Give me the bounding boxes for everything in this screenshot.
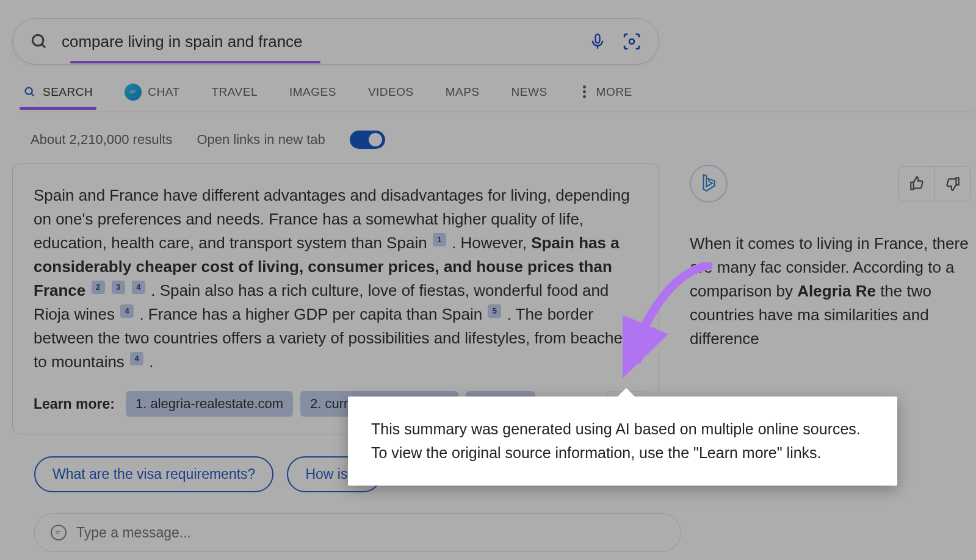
results-meta-row: About 2,210,000 results Open links in ne… bbox=[31, 131, 964, 149]
feedback-buttons bbox=[898, 166, 971, 201]
tab-chat-label: CHAT bbox=[148, 85, 179, 99]
search-bar[interactable] bbox=[12, 18, 659, 65]
tab-travel[interactable]: TRAVEL bbox=[212, 85, 258, 107]
thumbs-down-button[interactable] bbox=[934, 167, 970, 201]
tab-maps[interactable]: MAPS bbox=[446, 85, 480, 107]
bing-logo-icon bbox=[699, 173, 718, 194]
svg-point-3 bbox=[629, 39, 634, 44]
svg-rect-2 bbox=[596, 34, 600, 43]
chat-input-box[interactable] bbox=[34, 513, 681, 552]
info-tooltip: This summary was generated using AI base… bbox=[348, 397, 897, 486]
answer-segment: . France has a higher GDP per capita tha… bbox=[139, 305, 482, 323]
tab-search-label: SEARCH bbox=[43, 85, 93, 99]
citation-4[interactable]: 4 bbox=[132, 281, 145, 294]
right-text-bold: Alegria Re bbox=[797, 282, 876, 300]
learn-more-label: Learn more: bbox=[34, 396, 115, 412]
result-count: About 2,210,000 results bbox=[31, 132, 172, 148]
ai-answer-card: Spain and France have different advantag… bbox=[12, 163, 659, 434]
chat-icon bbox=[125, 84, 142, 101]
citation-5[interactable]: 5 bbox=[488, 304, 501, 318]
tab-images[interactable]: IMAGES bbox=[289, 85, 336, 107]
citation-1[interactable]: 1 bbox=[433, 233, 446, 246]
tab-more-label: MORE bbox=[596, 85, 632, 99]
svg-line-5 bbox=[31, 93, 34, 96]
citation-2[interactable]: 2 bbox=[92, 281, 105, 294]
chat-input[interactable] bbox=[76, 525, 665, 541]
thumbs-down-icon bbox=[945, 176, 961, 192]
svg-rect-6 bbox=[131, 90, 136, 91]
thumbs-up-button[interactable] bbox=[899, 167, 934, 201]
tab-chat[interactable]: CHAT bbox=[125, 84, 179, 109]
svg-line-1 bbox=[42, 44, 45, 48]
search-tab-icon bbox=[23, 85, 37, 99]
tab-travel-label: TRAVEL bbox=[212, 85, 258, 99]
answer-text: Spain and France have different advantag… bbox=[34, 184, 638, 374]
tab-news[interactable]: NEWS bbox=[511, 85, 548, 107]
tab-more[interactable]: MORE bbox=[579, 85, 632, 107]
tab-search[interactable]: SEARCH bbox=[23, 85, 93, 107]
thumbs-up-icon bbox=[909, 176, 925, 192]
nav-tabs: SEARCH CHAT TRAVEL IMAGES VIDEOS MAPS NE… bbox=[23, 87, 975, 112]
citation-3[interactable]: 3 bbox=[112, 281, 125, 294]
svg-point-4 bbox=[26, 87, 32, 94]
citation-4b[interactable]: 4 bbox=[120, 304, 134, 318]
right-panel-text: When it comes to living in France, there… bbox=[690, 232, 971, 351]
tab-news-label: NEWS bbox=[511, 85, 548, 99]
more-dots-icon bbox=[579, 85, 590, 98]
chat-message-icon bbox=[51, 525, 67, 540]
learn-more-source-1[interactable]: 1. alegria-realestate.com bbox=[126, 391, 293, 417]
svg-point-0 bbox=[32, 35, 43, 46]
open-new-tab-label: Open links in new tab bbox=[197, 132, 325, 148]
tab-maps-label: MAPS bbox=[446, 85, 480, 99]
answer-segment: . bbox=[149, 353, 153, 371]
search-icon bbox=[30, 32, 48, 51]
answer-segment: . However, bbox=[452, 234, 531, 252]
image-search-icon[interactable] bbox=[622, 32, 642, 51]
svg-rect-7 bbox=[131, 92, 134, 93]
citation-4c[interactable]: 4 bbox=[130, 352, 143, 365]
tooltip-text: This summary was generated using AI base… bbox=[371, 420, 861, 461]
open-new-tab-toggle[interactable] bbox=[350, 131, 385, 149]
tab-videos[interactable]: VIDEOS bbox=[368, 85, 414, 107]
suggestion-chip-visa[interactable]: What are the visa requirements? bbox=[34, 456, 273, 492]
mic-icon[interactable] bbox=[589, 31, 606, 52]
tab-images-label: IMAGES bbox=[289, 85, 336, 99]
tab-videos-label: VIDEOS bbox=[368, 85, 414, 99]
search-underline-annotation bbox=[70, 61, 320, 63]
right-chat-panel: When it comes to living in France, there… bbox=[690, 165, 971, 351]
search-input[interactable] bbox=[62, 32, 589, 51]
bing-logo bbox=[690, 165, 728, 203]
